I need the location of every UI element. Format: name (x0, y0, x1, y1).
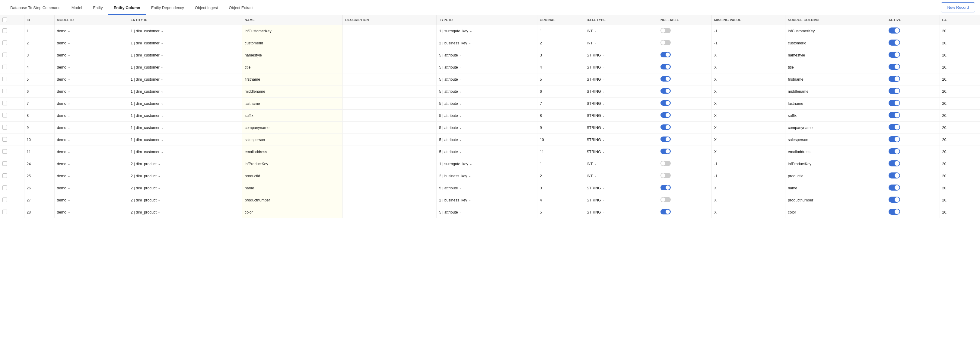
data-type-chevron[interactable]: ⌄ (594, 162, 597, 166)
nullable-toggle[interactable] (660, 197, 671, 202)
tab-entity-dependency[interactable]: Entity Dependency (146, 0, 189, 15)
type-id-chevron[interactable]: ⌄ (468, 41, 471, 45)
entity-id-chevron[interactable]: ⌄ (161, 138, 164, 142)
row-checkbox[interactable] (2, 125, 7, 130)
data-type-chevron[interactable]: ⌄ (602, 90, 605, 93)
model-id-chevron[interactable]: ⌄ (68, 138, 70, 142)
active-toggle[interactable] (889, 100, 900, 106)
tab-entity-column[interactable]: Entity Column (108, 0, 146, 15)
entity-id-chevron[interactable]: ⌄ (161, 29, 164, 33)
row-checkbox[interactable] (2, 89, 7, 93)
model-id-chevron[interactable]: ⌄ (68, 114, 70, 117)
nullable-toggle[interactable] (660, 40, 671, 45)
active-toggle[interactable] (889, 160, 900, 166)
entity-id-chevron[interactable]: ⌄ (161, 101, 164, 106)
entity-id-chevron[interactable]: ⌄ (158, 198, 161, 202)
active-toggle[interactable] (889, 136, 900, 142)
nullable-toggle[interactable] (660, 88, 671, 94)
nullable-toggle[interactable] (660, 28, 671, 33)
entity-id-chevron[interactable]: ⌄ (161, 90, 164, 93)
nullable-toggle[interactable] (660, 112, 671, 118)
row-checkbox[interactable] (2, 65, 7, 69)
nullable-toggle[interactable] (660, 209, 671, 214)
type-id-chevron[interactable]: ⌄ (459, 210, 462, 214)
model-id-chevron[interactable]: ⌄ (68, 174, 70, 178)
active-toggle[interactable] (889, 76, 900, 82)
entity-id-chevron[interactable]: ⌄ (158, 210, 161, 214)
row-checkbox[interactable] (2, 197, 7, 202)
nullable-toggle[interactable] (660, 173, 671, 178)
row-checkbox[interactable] (2, 210, 7, 214)
tab-model[interactable]: Model (66, 0, 88, 15)
entity-id-chevron[interactable]: ⌄ (161, 77, 164, 81)
type-id-chevron[interactable]: ⌄ (459, 150, 462, 154)
active-toggle[interactable] (889, 112, 900, 118)
type-id-chevron[interactable]: ⌄ (459, 65, 462, 69)
row-checkbox[interactable] (2, 149, 7, 154)
data-type-chevron[interactable]: ⌄ (602, 138, 605, 142)
data-type-chevron[interactable]: ⌄ (602, 77, 605, 81)
model-id-chevron[interactable]: ⌄ (68, 126, 70, 130)
type-id-chevron[interactable]: ⌄ (459, 90, 462, 93)
active-toggle[interactable] (889, 148, 900, 154)
active-toggle[interactable] (889, 64, 900, 70)
active-toggle[interactable] (889, 27, 900, 34)
data-type-chevron[interactable]: ⌄ (602, 150, 605, 154)
data-type-chevron[interactable]: ⌄ (602, 101, 605, 106)
model-id-chevron[interactable]: ⌄ (68, 53, 70, 57)
active-toggle[interactable] (889, 197, 900, 203)
active-toggle[interactable] (889, 88, 900, 94)
model-id-chevron[interactable]: ⌄ (68, 198, 70, 202)
entity-id-chevron[interactable]: ⌄ (158, 174, 161, 178)
model-id-chevron[interactable]: ⌄ (68, 41, 70, 45)
type-id-chevron[interactable]: ⌄ (459, 126, 462, 130)
type-id-chevron[interactable]: ⌄ (459, 53, 462, 57)
model-id-chevron[interactable]: ⌄ (68, 162, 70, 166)
active-toggle[interactable] (889, 124, 900, 130)
row-checkbox[interactable] (2, 186, 7, 190)
type-id-chevron[interactable]: ⌄ (459, 138, 462, 142)
entity-id-chevron[interactable]: ⌄ (161, 53, 164, 57)
entity-id-chevron[interactable]: ⌄ (158, 186, 161, 190)
model-id-chevron[interactable]: ⌄ (68, 210, 70, 214)
tab-object-ingest[interactable]: Object Ingest (189, 0, 224, 15)
model-id-chevron[interactable]: ⌄ (68, 90, 70, 93)
tab-object-extract[interactable]: Object Extract (223, 0, 259, 15)
row-checkbox[interactable] (2, 137, 7, 142)
nullable-toggle[interactable] (660, 149, 671, 154)
model-id-chevron[interactable]: ⌄ (68, 29, 70, 33)
data-type-chevron[interactable]: ⌄ (602, 186, 605, 190)
nullable-toggle[interactable] (660, 100, 671, 106)
data-type-chevron[interactable]: ⌄ (594, 174, 597, 178)
nullable-toggle[interactable] (660, 161, 671, 166)
tab-db-step[interactable]: Database To Step Command (5, 0, 66, 15)
type-id-chevron[interactable]: ⌄ (459, 114, 462, 117)
model-id-chevron[interactable]: ⌄ (68, 186, 70, 190)
type-id-chevron[interactable]: ⌄ (468, 174, 471, 178)
data-type-chevron[interactable]: ⌄ (602, 114, 605, 117)
row-checkbox[interactable] (2, 161, 7, 166)
row-checkbox[interactable] (2, 113, 7, 117)
active-toggle[interactable] (889, 209, 900, 215)
data-type-chevron[interactable]: ⌄ (594, 29, 597, 33)
data-type-chevron[interactable]: ⌄ (602, 53, 605, 57)
model-id-chevron[interactable]: ⌄ (68, 150, 70, 154)
row-checkbox[interactable] (2, 173, 7, 178)
active-toggle[interactable] (889, 173, 900, 179)
nullable-toggle[interactable] (660, 125, 671, 130)
model-id-chevron[interactable]: ⌄ (68, 101, 70, 106)
row-checkbox[interactable] (2, 29, 7, 33)
type-id-chevron[interactable]: ⌄ (459, 101, 462, 106)
type-id-chevron[interactable]: ⌄ (468, 198, 471, 202)
entity-id-chevron[interactable]: ⌄ (158, 162, 161, 166)
active-toggle[interactable] (889, 184, 900, 190)
nullable-toggle[interactable] (660, 64, 671, 69)
type-id-chevron[interactable]: ⌄ (459, 77, 462, 81)
select-all-checkbox[interactable] (2, 18, 7, 22)
row-checkbox[interactable] (2, 101, 7, 106)
nullable-toggle[interactable] (660, 185, 671, 190)
type-id-chevron[interactable]: ⌄ (459, 186, 462, 190)
entity-id-chevron[interactable]: ⌄ (161, 41, 164, 45)
row-checkbox[interactable] (2, 40, 7, 45)
data-type-chevron[interactable]: ⌄ (594, 41, 597, 45)
